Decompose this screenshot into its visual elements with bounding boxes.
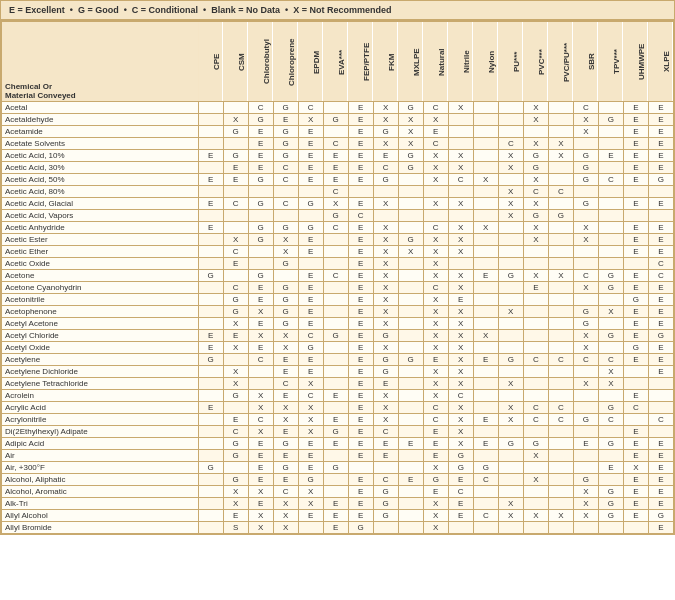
cell-value: G xyxy=(248,234,273,246)
cell-value: E xyxy=(298,318,323,330)
cell-value: E xyxy=(473,270,498,282)
cell-value: E xyxy=(298,306,323,318)
cell-value: X xyxy=(248,306,273,318)
cell-value: X xyxy=(573,114,598,126)
cell-value xyxy=(548,294,573,306)
chemical-name: Di(2Ethylhexyl) Adipate xyxy=(2,426,199,438)
cell-value: X xyxy=(248,390,273,402)
cell-value xyxy=(423,186,448,198)
cell-value: E xyxy=(198,402,223,414)
chemical-name: Alcohol, Aliphatic xyxy=(2,474,199,486)
cell-value xyxy=(198,306,223,318)
cell-value xyxy=(548,306,573,318)
cell-value xyxy=(373,462,398,474)
cell-value: E xyxy=(648,306,673,318)
cell-value: E xyxy=(198,198,223,210)
cell-value xyxy=(523,294,548,306)
cell-value xyxy=(498,366,523,378)
cell-value xyxy=(473,258,498,270)
chemical-name: Acetyl Chloride xyxy=(2,330,199,342)
cell-value: G xyxy=(223,150,248,162)
cell-value: E xyxy=(248,150,273,162)
cell-value: E xyxy=(198,222,223,234)
cell-value: X xyxy=(448,270,473,282)
cell-value xyxy=(323,282,348,294)
cell-value: X xyxy=(448,426,473,438)
cell-value: E xyxy=(623,354,648,366)
cell-value: X xyxy=(423,246,448,258)
cell-value xyxy=(398,306,423,318)
cell-value xyxy=(198,294,223,306)
cell-value: X xyxy=(498,510,523,522)
cell-value: G xyxy=(598,114,623,126)
cell-value xyxy=(248,378,273,390)
cell-value: G xyxy=(398,150,423,162)
cell-value xyxy=(223,186,248,198)
table-row: Alcohol, AliphaticGEEGECEGECXGEE xyxy=(2,474,674,486)
cell-value: X xyxy=(423,198,448,210)
cell-value: X xyxy=(573,498,598,510)
cell-value: X xyxy=(573,342,598,354)
cell-value xyxy=(548,198,573,210)
cell-value xyxy=(473,210,498,222)
cell-value xyxy=(473,522,498,534)
table-row: Acetic EtherCXEEXXXXEE xyxy=(2,246,674,258)
table-row: AcetonitrileGEGEEXXEGE xyxy=(2,294,674,306)
cell-value xyxy=(323,342,348,354)
col-header-SBR: SBR xyxy=(573,22,598,102)
cell-value: E xyxy=(523,282,548,294)
cell-value: C xyxy=(323,138,348,150)
col-header-Nylon: Nylon xyxy=(473,22,498,102)
cell-value xyxy=(598,210,623,222)
cell-value: E xyxy=(348,270,373,282)
cell-value xyxy=(573,246,598,258)
cell-value: E xyxy=(648,522,673,534)
cell-value: E xyxy=(348,318,373,330)
cell-value xyxy=(648,378,673,390)
cell-value: C xyxy=(223,246,248,258)
cell-value xyxy=(598,102,623,114)
cell-value: X xyxy=(423,366,448,378)
table-row: Acetic Acid, 10%EGEGEEEEGXXXGXGEEE xyxy=(2,150,674,162)
cell-value xyxy=(548,450,573,462)
cell-value xyxy=(448,522,473,534)
cell-value xyxy=(223,222,248,234)
cell-value xyxy=(398,498,423,510)
cell-value: E xyxy=(323,498,348,510)
table-row: Di(2Ethylhexyl) AdipateCXEXGECEXE xyxy=(2,426,674,438)
cell-value: E xyxy=(648,342,673,354)
cell-value xyxy=(473,114,498,126)
cell-value xyxy=(498,462,523,474)
cell-value xyxy=(623,210,648,222)
cell-value: G xyxy=(248,222,273,234)
cell-value xyxy=(248,246,273,258)
cell-value xyxy=(598,390,623,402)
col-header-CSM: CSM xyxy=(223,22,248,102)
cell-value xyxy=(448,138,473,150)
chemical-name: Acetic Acid, Vapors xyxy=(2,210,199,222)
cell-value: G xyxy=(373,486,398,498)
cell-value: G xyxy=(398,102,423,114)
cell-value xyxy=(398,294,423,306)
cell-value xyxy=(473,150,498,162)
cell-value: X xyxy=(598,306,623,318)
cell-value: X xyxy=(523,270,548,282)
chemical-table-container: Chemical OrMaterial Conveyed CPE CSM Chl… xyxy=(0,20,675,535)
cell-value: G xyxy=(273,150,298,162)
cell-value xyxy=(573,450,598,462)
cell-value: X xyxy=(298,414,323,426)
cell-value: E xyxy=(648,126,673,138)
cell-value: C xyxy=(273,486,298,498)
cell-value: E xyxy=(423,450,448,462)
cell-value xyxy=(298,522,323,534)
cell-value xyxy=(398,462,423,474)
cell-value: X xyxy=(423,510,448,522)
cell-value xyxy=(573,294,598,306)
cell-value xyxy=(573,402,598,414)
cell-value: G xyxy=(473,462,498,474)
col-header-Natural: Natural xyxy=(423,22,448,102)
cell-value: C xyxy=(448,390,473,402)
cell-value xyxy=(198,114,223,126)
cell-value: E xyxy=(223,174,248,186)
table-row: AirGEEEEEEGXEE xyxy=(2,450,674,462)
